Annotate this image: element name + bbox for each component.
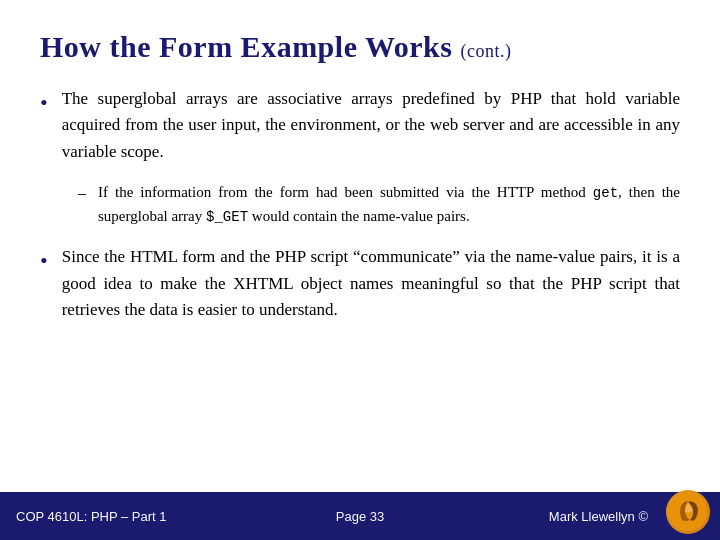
sub-item-1: – If the information from the form had b… bbox=[78, 181, 680, 228]
logo-circle bbox=[666, 490, 710, 534]
title-main: How the Form Example Works bbox=[40, 30, 452, 63]
bullet-symbol-2: • bbox=[40, 244, 48, 277]
title-cont: (cont.) bbox=[460, 41, 511, 61]
bullet-item-2: • Since the HTML form and the PHP script… bbox=[40, 244, 680, 323]
footer: COP 4610L: PHP – Part 1 Page 33 Mark Lle… bbox=[0, 492, 720, 540]
slide: How the Form Example Works (cont.) • The… bbox=[0, 0, 720, 540]
slide-content: • The superglobal arrays are associative… bbox=[40, 86, 680, 480]
code-get: get bbox=[593, 185, 618, 201]
footer-center: Page 33 bbox=[336, 509, 384, 524]
footer-right: Mark Llewellyn © bbox=[549, 509, 648, 524]
logo-svg bbox=[668, 492, 708, 532]
slide-title: How the Form Example Works (cont.) bbox=[40, 30, 680, 64]
sub-dash-1: – bbox=[78, 181, 86, 206]
footer-left: COP 4610L: PHP – Part 1 bbox=[16, 509, 167, 524]
bullet-symbol-1: • bbox=[40, 86, 48, 119]
bullet-item-1: • The superglobal arrays are associative… bbox=[40, 86, 680, 165]
bullet-text-1: The superglobal arrays are associative a… bbox=[62, 86, 680, 165]
sub-text-1: If the information from the form had bee… bbox=[98, 181, 680, 228]
code-get-var: $_GET bbox=[206, 209, 248, 225]
bullet-text-2: Since the HTML form and the PHP script “… bbox=[62, 244, 680, 323]
footer-logo bbox=[666, 490, 712, 536]
